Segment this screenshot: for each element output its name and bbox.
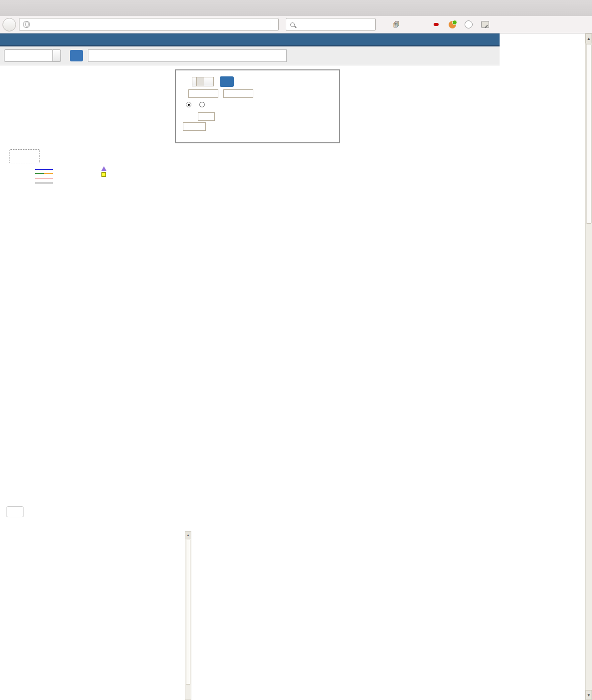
extension-icon[interactable] [449,21,456,28]
window-scrollbar[interactable]: ▲ ▼ [585,33,592,700]
table-scroll-up-icon[interactable]: ▲ [185,532,191,539]
gn-navbar [0,33,500,46]
site-globe-icon [23,21,30,28]
browser-toolbar: 🗐 [0,16,592,33]
adblock-icon[interactable] [434,23,440,26]
search-category-select[interactable] [4,49,53,62]
url-field[interactable] [19,18,279,31]
browser-search-input[interactable] [286,18,376,31]
legend-additive-line-green [35,173,44,174]
width-input[interactable] [183,122,206,131]
gn-search-row [0,46,500,65]
edit-extension-icon[interactable] [481,21,489,28]
browser-tab-bar [0,0,592,16]
chr-select[interactable] [192,77,214,86]
remap-button[interactable] [220,76,234,87]
mapping-options-panel [175,69,340,143]
gn-search-input[interactable] [88,49,287,62]
view-from-input[interactable] [188,89,218,98]
search-all-button[interactable] [70,50,83,61]
legend-additive-line-orange [44,173,53,174]
back-button[interactable] [2,18,16,31]
units-lrs-radio[interactable] [186,102,191,107]
genome-lrs-chart [0,186,550,358]
units-lod-radio[interactable] [199,102,205,107]
yaxis-units-input[interactable] [198,112,215,121]
chr-select-caret-icon[interactable] [196,77,204,86]
legend-suggestive-line [35,182,53,184]
category-caret-icon[interactable] [53,49,61,62]
scroll-down-icon[interactable]: ▼ [586,690,592,700]
tab-gn1-map[interactable] [9,149,40,163]
clipboard-icon[interactable]: 🗐 [393,21,400,28]
legend-significant-line [35,178,53,179]
csv-button[interactable] [6,506,24,517]
search-icon [290,22,295,27]
results-table-scrollbar[interactable]: ▲ [185,531,191,700]
permutation-histogram [5,375,170,481]
s-extension-icon[interactable] [465,20,473,28]
scroll-up-icon[interactable]: ▲ [586,33,592,43]
table-scroll-thumb[interactable] [186,540,190,685]
view-to-input[interactable] [223,89,253,98]
frequency-peak-icon [101,172,106,177]
legend-lrs-line [35,169,53,170]
sequence-site-icon [101,166,106,171]
scroll-thumb[interactable] [586,44,592,224]
